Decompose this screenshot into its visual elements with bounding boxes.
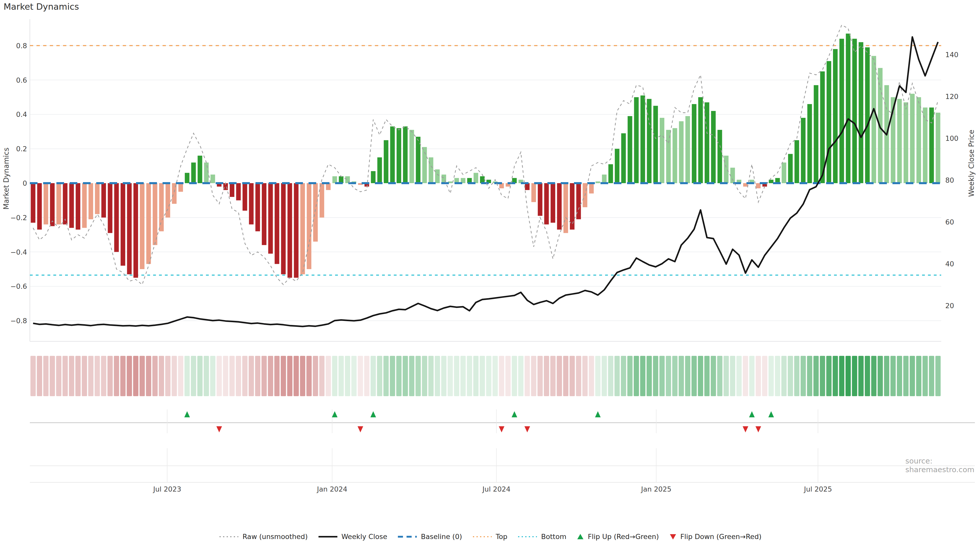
flip-down-marker — [756, 426, 761, 432]
heatmap-cell — [229, 356, 235, 396]
dynamics-bar — [108, 183, 112, 233]
legend-item-flip-down-green-red-: Flip Down (Green→Red) — [669, 533, 762, 540]
dynamics-bar — [576, 183, 581, 219]
flip-up-marker — [332, 411, 338, 417]
dynamics-bar — [89, 183, 93, 219]
dynamics-bar — [281, 183, 286, 274]
dynamics-bar — [904, 102, 908, 183]
dynamics-bar — [531, 183, 536, 202]
heatmap-cell — [589, 356, 594, 396]
dynamics-bar — [839, 39, 844, 183]
triangle-up-icon — [576, 533, 585, 540]
heatmap-cell — [50, 356, 55, 396]
legend-item-baseline-0-: Baseline (0) — [397, 533, 462, 540]
market-dynamics-chart: Market Dynamics Market Dynamics Weekly C… — [0, 0, 980, 551]
dynamics-bar — [814, 85, 818, 183]
heatmap-cell — [114, 356, 119, 396]
heatmap-cell — [120, 356, 126, 396]
heatmap-cell — [550, 356, 555, 396]
heatmap-cell — [383, 356, 389, 396]
heatmap-cell — [826, 356, 832, 396]
heatmap-cell — [75, 356, 81, 396]
heatmap-cell — [653, 356, 659, 396]
dynamics-bar — [660, 118, 664, 183]
heatmap-cell — [659, 356, 665, 396]
dynamics-bar — [929, 107, 934, 183]
flip-down-marker — [216, 426, 222, 432]
heatmap-cell — [95, 356, 100, 396]
legend-label: Weekly Close — [342, 533, 387, 540]
heatmap-cell — [704, 356, 710, 396]
heatmap-cell — [197, 356, 203, 396]
dynamics-bar — [794, 140, 799, 183]
heatmap-cell — [935, 356, 941, 396]
heatmap-cell — [293, 356, 299, 396]
dynamics-bar — [724, 156, 729, 183]
heatmap-cell — [871, 356, 877, 396]
legend-label: Bottom — [541, 533, 566, 540]
left-axis-tick: −0.6 — [10, 283, 27, 290]
heatmap-cell — [133, 356, 138, 396]
flip-down-marker — [358, 426, 363, 432]
heatmap-cell — [621, 356, 626, 396]
dynamics-bar — [621, 133, 626, 183]
x-axis-tick: Jul 2024 — [482, 485, 511, 493]
dynamics-bar — [390, 127, 395, 183]
dynamics-bar — [204, 162, 209, 183]
heatmap-cell — [364, 356, 369, 396]
x-axis-tick: Jan 2025 — [641, 485, 671, 493]
heatmap-cell — [448, 356, 453, 396]
heatmap-cell — [339, 356, 344, 396]
dynamics-bar — [82, 183, 87, 228]
dynamics-bar — [865, 48, 870, 183]
heatmap-cell — [858, 356, 864, 396]
heatmap-cell — [813, 356, 819, 396]
heatmap-cell — [56, 356, 62, 396]
heatmap-cell — [326, 356, 331, 396]
heatmap-cell — [262, 356, 267, 396]
dynamics-bar — [230, 183, 234, 197]
heatmap-cell — [217, 356, 222, 396]
dynamics-bar — [589, 183, 593, 193]
dotted-line-icon — [517, 533, 538, 540]
heatmap-cell — [415, 356, 421, 396]
heatmap-cell — [775, 356, 780, 396]
heatmap-cell — [820, 356, 825, 396]
dynamics-bar — [846, 34, 850, 183]
dynamics-bar — [159, 183, 164, 231]
right-axis-tick: 40 — [945, 260, 954, 268]
left-axis-tick: −0.8 — [10, 317, 27, 325]
flip-up-marker — [370, 411, 376, 417]
dotted-line-icon — [218, 533, 239, 540]
flip-up-marker — [595, 411, 601, 417]
dynamics-bar — [63, 183, 67, 224]
heatmap-cell — [319, 356, 325, 396]
heatmap-cell — [845, 356, 851, 396]
left-axis-tick: 0.8 — [16, 41, 27, 49]
dynamics-bar — [396, 128, 401, 183]
dynamics-bar — [377, 157, 382, 183]
heatmap-cell — [897, 356, 902, 396]
dynamics-bar — [801, 118, 805, 183]
heatmap-cell — [768, 356, 774, 396]
heatmap-cell — [127, 356, 132, 396]
heatmap-cell — [743, 356, 748, 396]
heatmap-cell — [903, 356, 908, 396]
heatmap-cell — [833, 356, 838, 396]
heatmap-cell — [255, 356, 260, 396]
heatmap-cell — [409, 356, 414, 396]
dynamics-bar — [788, 154, 793, 183]
dynamics-bar — [705, 102, 709, 183]
x-axis-tick: Jul 2023 — [153, 485, 181, 493]
heatmap-cell — [627, 356, 633, 396]
dynamics-bar — [95, 183, 100, 214]
heatmap-cell — [582, 356, 588, 396]
legend-label: Flip Down (Green→Red) — [680, 533, 762, 540]
dynamics-bar — [191, 162, 196, 183]
flip-down-marker — [525, 426, 530, 432]
heatmap-cell — [717, 356, 722, 396]
heatmap-cell — [730, 356, 735, 396]
dynamics-bar — [698, 97, 703, 183]
heatmap-cell — [756, 356, 761, 396]
dynamics-bar — [114, 183, 119, 252]
